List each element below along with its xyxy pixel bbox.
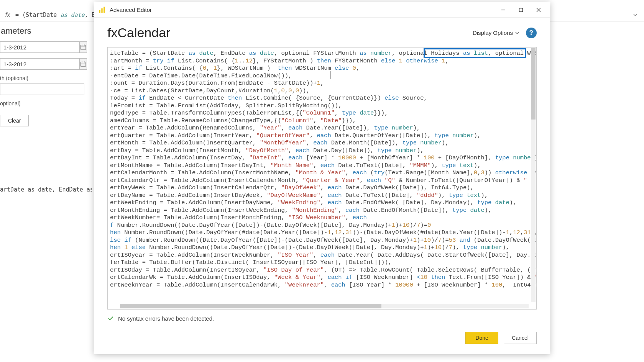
code-line: ·ce = List.Dates(StartDate,DayCount,#dur… (110, 87, 536, 95)
code-line: ertDayName = Table.AddColumn(InsertDayWe… (110, 192, 536, 200)
month-field[interactable] (0, 84, 84, 95)
code-line: ertWeekNumber= Table.AddColumn(InsertMon… (110, 214, 536, 222)
cancel-button[interactable]: Cancel (504, 332, 537, 344)
code-line: iteTable = (StartDate as date, EndDate a… (110, 50, 536, 57)
close-button[interactable] (530, 3, 547, 17)
code-line: ertCalendarMonth = Table.AddColumn(Inser… (110, 169, 536, 177)
window-title: Advanced Editor (110, 7, 152, 13)
code-line: :art = if List.Contains( {0, 1}, WDStart… (110, 65, 536, 72)
svg-rect-0 (80, 45, 86, 50)
calendar-icon[interactable] (80, 41, 87, 53)
code-line: ertDayWeek = Table.AddColumn(InsertCalen… (110, 184, 536, 192)
code-line: lse if (Number.RoundDown((Date.DayOfYear… (110, 237, 536, 244)
code-line: ertMonth = Table.AddColumn(InsertQuarter… (110, 139, 536, 147)
code-line: ertYear = Table.AddColumn(RenamedColumns… (110, 124, 536, 132)
code-line: ertCalendarQtr = Table.AddColumn(InsertC… (110, 177, 536, 185)
code-line: ertISOyear = Table.AddColumn(InsertWeekN… (110, 252, 536, 259)
code-line: amedColumns = Table.RenameColumns(Change… (110, 117, 536, 125)
code-line: ·entDate = DateTime.Date(DateTime.FixedL… (110, 72, 536, 80)
code-line: leFromList = Table.FromList(AddToday, Sp… (110, 102, 536, 110)
code-line: :ount = Duration.Days(Duration.From(EndD… (110, 80, 536, 87)
vertical-scrollbar[interactable] (531, 48, 536, 302)
display-options-dropdown[interactable]: Display Options (473, 29, 519, 36)
title-bar: Advanced Editor (94, 2, 550, 18)
code-line: ertISOday = Table.AddColumn(InsertISOyea… (110, 267, 536, 274)
done-button[interactable]: Done (465, 332, 498, 344)
calendar-icon[interactable] (80, 58, 87, 70)
chevron-down-icon (515, 31, 519, 35)
svg-rect-2 (99, 10, 100, 13)
code-line: ferTable = Table.Buffer(Table.Distinct( … (110, 259, 536, 267)
clear-button[interactable]: Clear (0, 115, 29, 126)
maximize-button[interactable] (512, 3, 530, 17)
code-line: ertCalendarWk = Table.AddColumn(InsertIS… (110, 274, 536, 282)
code-line: ngedType = Table.TransformColumnTypes(Ta… (110, 110, 536, 117)
code-line: hen Number.RoundDown((Date.DayOfYear(#da… (110, 229, 536, 237)
param-label-month: th (optional) (0, 75, 84, 81)
status-text: No syntax errors have been detected. (118, 315, 214, 322)
fx-icon: fx (0, 11, 15, 18)
syntax-status: No syntax errors have been detected. (107, 315, 537, 322)
formula-text: = (StartDate as date, En (15, 11, 99, 18)
powerbi-logo-icon (98, 6, 106, 14)
svg-rect-3 (101, 8, 102, 13)
start-date-field[interactable] (0, 41, 80, 53)
code-line: Today = if EndDate < CurrentDate then Li… (110, 95, 536, 102)
check-icon (107, 315, 114, 322)
parameters-heading: ameters (0, 21, 84, 41)
svg-rect-5 (519, 8, 523, 11)
formula-expand-button[interactable] (631, 11, 639, 19)
code-line: f Number.RoundDown((Date.DayOfYear([Date… (110, 222, 536, 229)
code-line: ertDay = Table.AddColumn(InsertMonth, "D… (110, 147, 536, 155)
advanced-editor-dialog: Advanced Editor fxCalendar Display Optio… (94, 2, 550, 354)
param-label-optional: optional) (0, 100, 84, 106)
horizontal-scrollbar[interactable] (120, 304, 529, 308)
code-line: hen 1 else Number.RoundDown((Date.DayOfY… (110, 244, 536, 252)
svg-rect-1 (80, 62, 86, 67)
code-editor[interactable]: iteTable = (StartDate as date, EndDate a… (108, 48, 536, 309)
function-signature-preview: artDate as date, EndDate as c (0, 186, 92, 193)
code-line: ertDayInt = Table.AddColumn(InsertDay, "… (110, 154, 536, 162)
end-date-field[interactable] (0, 58, 80, 70)
code-line: ertQuarter = Table.AddColumn(InsertYear,… (110, 132, 536, 140)
code-line: :artMonth = try if List.Contains( {1..12… (110, 57, 536, 65)
svg-rect-4 (104, 7, 105, 13)
code-line: ertWeeknYear = Table.AddColumn(InsertCal… (110, 282, 536, 289)
help-icon[interactable]: ? (526, 28, 537, 38)
page-title: fxCalendar (107, 25, 170, 40)
code-line: ertMonthName = Table.AddColumn(InsertDay… (110, 162, 536, 170)
code-line: ertWeekEnding = Table.AddColumn(InsertDa… (110, 199, 536, 207)
minimize-button[interactable] (495, 3, 512, 17)
code-line: ertMonthEnding = Table.AddColumn(InsertW… (110, 207, 536, 215)
